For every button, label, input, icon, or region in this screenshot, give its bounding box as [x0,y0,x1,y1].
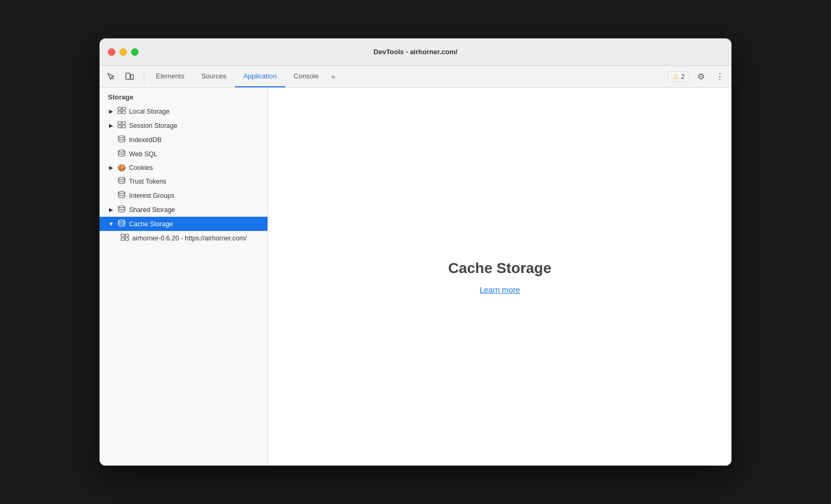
cookie-icon: 🍪 [117,164,126,172]
svg-point-12 [118,150,125,152]
arrow-down-icon [108,221,114,227]
sidebar: Storage Local Storage [100,88,268,466]
sidebar-item-indexeddb[interactable]: IndexedDB [100,133,268,147]
learn-more-link[interactable]: Learn more [480,285,520,294]
svg-rect-20 [125,238,128,240]
sidebar-item-cache-storage-child[interactable]: airhorner-0.6.20 - https://airhorner.com… [100,231,268,245]
svg-rect-10 [122,125,125,128]
svg-point-13 [118,177,125,179]
svg-point-11 [118,136,125,138]
svg-rect-6 [122,111,125,114]
cache-storage-child-label: airhorner-0.6.20 - https://airhorner.com… [132,235,263,242]
settings-button[interactable]: ⚙ [694,69,708,84]
arrow-icon [108,108,114,114]
svg-rect-2 [131,75,133,79]
content-title: Cache Storage [448,260,551,277]
database-icon [117,149,126,158]
warning-count: 2 [681,73,685,80]
warning-icon: ⚠ [672,73,679,80]
sidebar-item-local-storage[interactable]: Local Storage [100,104,268,118]
svg-rect-1 [126,73,130,79]
svg-rect-3 [118,107,121,110]
svg-rect-7 [118,122,121,124]
svg-rect-4 [122,107,125,110]
grid-icon [121,234,129,243]
database-icon [117,135,126,144]
sidebar-item-web-sql[interactable]: Web SQL [100,147,268,161]
svg-rect-17 [121,234,124,237]
svg-line-0 [112,77,114,79]
tabs: Elements Sources Application Console » [147,66,668,87]
interest-groups-label: Interest Groups [129,192,263,199]
main-area: Storage Local Storage [100,88,731,466]
tab-console[interactable]: Console [285,66,328,87]
svg-rect-19 [121,238,124,240]
svg-point-15 [118,206,125,208]
toolbar: Elements Sources Application Console » ⚠… [100,66,731,88]
indexeddb-label: IndexedDB [129,136,263,144]
tab-elements[interactable]: Elements [147,66,193,87]
cache-storage-label: Cache Storage [129,220,263,228]
arrow-icon [108,123,114,128]
arrow-icon [108,165,114,170]
sidebar-item-interest-groups[interactable]: Interest Groups [100,188,268,203]
content-panel: Cache Storage Learn more [268,88,731,466]
inspect-element-button[interactable] [104,69,118,84]
grid-icon [117,107,126,116]
database-icon [117,191,126,200]
svg-point-14 [118,191,125,194]
devtools-window: DevTools - airhorner.com/ [100,38,731,466]
maximize-button[interactable] [131,48,138,56]
tab-overflow[interactable]: » [327,66,339,87]
session-storage-label: Session Storage [129,122,263,129]
trust-tokens-label: Trust Tokens [129,178,263,185]
svg-rect-5 [118,111,121,114]
grid-icon [117,121,126,130]
titlebar: DevTools - airhorner.com/ [100,38,731,66]
traffic-lights [108,48,138,56]
database-icon [117,205,126,214]
close-button[interactable] [108,48,115,56]
toolbar-divider [144,70,144,83]
toolbar-icons [104,69,136,84]
window-title: DevTools - airhorner.com/ [373,48,457,56]
minimize-button[interactable] [120,48,127,56]
tab-sources[interactable]: Sources [193,66,235,87]
database-icon [117,177,126,186]
svg-point-16 [118,220,125,222]
devtools-panel: Elements Sources Application Console » ⚠… [100,66,731,466]
svg-rect-8 [122,122,125,124]
local-storage-label: Local Storage [129,108,263,115]
svg-rect-9 [118,125,121,128]
web-sql-label: Web SQL [129,150,263,158]
sidebar-item-trust-tokens[interactable]: Trust Tokens [100,174,268,188]
cookies-label: Cookies [129,164,263,172]
sidebar-item-session-storage[interactable]: Session Storage [100,118,268,133]
sidebar-item-cache-storage[interactable]: Cache Storage [100,217,268,231]
sidebar-item-shared-storage[interactable]: Shared Storage [100,203,268,217]
more-options-button[interactable]: ⋮ [713,69,727,84]
warning-badge[interactable]: ⚠ 2 [668,71,689,82]
svg-rect-18 [125,234,128,237]
arrow-icon [108,207,114,213]
sidebar-item-cookies[interactable]: 🍪 Cookies [100,161,268,174]
shared-storage-label: Shared Storage [129,206,263,214]
storage-section-label: Storage [100,88,268,104]
tab-application[interactable]: Application [235,66,285,87]
toolbar-right: ⚠ 2 ⚙ ⋮ [668,69,727,84]
database-icon [117,219,126,228]
device-toolbar-button[interactable] [122,69,136,84]
